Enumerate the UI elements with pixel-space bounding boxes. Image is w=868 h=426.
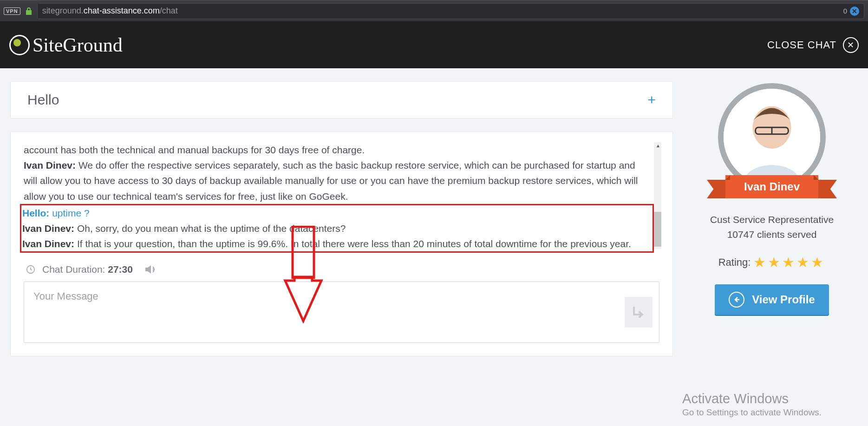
brand-text: SiteGround [33,34,123,56]
browser-address-bar: VPN siteground.chat-assistance.com/chat … [0,0,868,22]
view-profile-label: View Profile [752,293,815,306]
url-subdomain: siteground. [42,6,84,16]
agent-clients-served: 10747 clients served [727,229,817,240]
message-sender: Ivan Dinev: [22,223,74,234]
chat-message-user: Hello: uptime ? [22,205,652,221]
close-chat-button[interactable]: CLOSE CHAT ✕ [767,37,859,53]
site-header: SiteGround CLOSE CHAT ✕ [0,22,868,68]
message-sender: Ivan Dinev: [22,238,74,249]
chat-message: Ivan Dinev: Oh, sorry, do you mean what … [22,221,652,236]
clock-icon [26,264,36,275]
url-path: /chat [160,6,178,16]
message-sender: Hello: [22,208,49,218]
view-profile-button[interactable]: View Profile [715,284,829,315]
brand-logo[interactable]: SiteGround [9,34,123,56]
scrollbar-thumb[interactable] [654,212,661,247]
avatar-placeholder-icon [724,89,820,185]
highlighted-region: Hello: uptime ? Ivan Dinev: Oh, sorry, d… [20,204,654,253]
brand-mark-icon [9,35,30,55]
agent-name: Ivan Dinev [725,175,818,198]
chat-meta-bar: Chat Duration: 27:30 [24,263,659,280]
message-input[interactable] [24,282,613,342]
chat-transcript: ▲ account has both the technical and man… [24,142,659,253]
send-button[interactable] [625,297,653,328]
agent-role: Cust Service Representative [710,214,834,225]
agent-sidebar: Ivan Dinev Cust Service Representative 1… [686,81,858,426]
close-icon: ✕ [843,37,859,53]
rating-label: Rating: [718,256,751,269]
page-body: Hello + ▲ account has both the technical… [0,68,868,426]
url-domain: chat-assistance.com [84,6,160,16]
close-chat-label: CLOSE CHAT [767,39,836,51]
url-field[interactable]: siteground.chat-assistance.com/chat 0 ✕ [37,3,864,19]
sound-icon[interactable] [144,264,158,275]
tracker-count-badge: 0 [843,7,847,15]
chat-message: Ivan Dinev: We do offer the respective s… [24,157,650,204]
arrow-left-circle-icon [729,292,744,308]
agent-name-ribbon: Ivan Dinev [707,175,837,198]
duration-value: 27:30 [108,264,133,275]
rating-stars-icon: ★★★★★ [753,254,825,270]
clear-url-icon[interactable]: ✕ [850,7,859,16]
agent-rating-row: Rating: ★★★★★ [718,254,826,270]
plus-icon[interactable]: + [647,92,656,108]
chat-card: ▲ account has both the technical and man… [10,131,673,356]
duration-label: Chat Duration: [42,264,108,275]
message-sender: Ivan Dinev: [24,160,76,170]
vpn-badge: VPN [4,7,20,15]
message-input-box [24,282,659,343]
chat-title-card: Hello + [10,81,673,118]
chat-message: Ivan Dinev: If that is your question, th… [22,236,652,251]
chat-title: Hello [27,92,59,108]
lock-icon [25,7,33,15]
chat-message: account has both the technical and manua… [24,142,650,157]
scroll-up-arrow-icon[interactable]: ▲ [656,143,660,148]
